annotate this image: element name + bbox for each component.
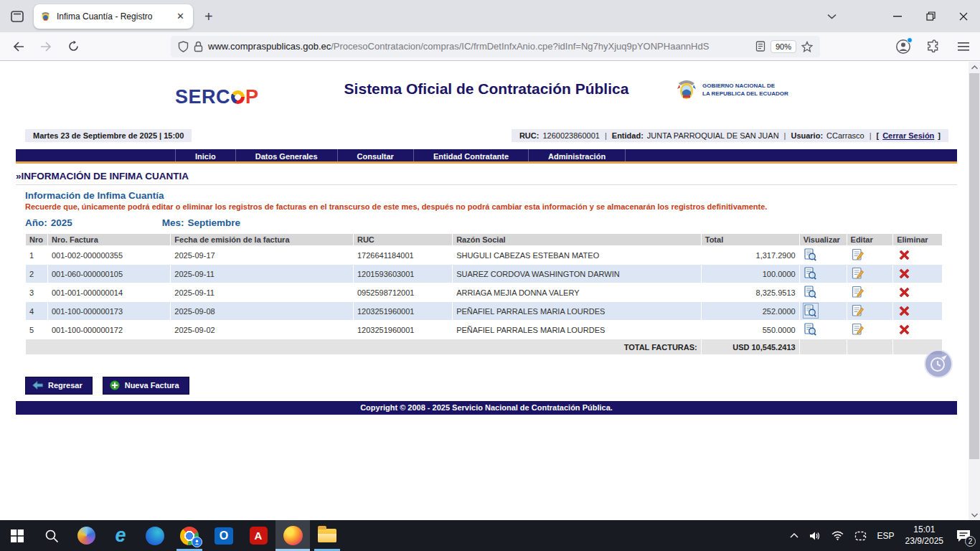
nav-item-consultar[interactable]: Consultar [337, 149, 413, 161]
window-minimize-button[interactable] [881, 3, 914, 30]
editar-icon[interactable] [851, 248, 865, 262]
info-bar: Martes 23 de Septiembre de 2025 | 15:00 … [16, 129, 957, 142]
eliminar-icon[interactable] [897, 266, 911, 281]
vertical-scrollbar[interactable] [969, 62, 980, 520]
zoom-level-badge[interactable]: 90% [771, 40, 796, 53]
account-notification-dot [907, 37, 913, 43]
tracking-shield-icon[interactable] [178, 41, 189, 52]
col-ruc: RUC [354, 234, 452, 245]
table-total-row: TOTAL FACTURAS: USD 10,545.2413 [26, 339, 942, 354]
taskbar-file-explorer-icon[interactable] [310, 520, 344, 551]
col-eliminar: Eliminar [893, 234, 942, 245]
visualizar-icon[interactable] [804, 285, 818, 299]
period-line: Año: 2025 Mes: Septiembre [25, 217, 957, 228]
nav-item-inicio[interactable]: Inicio [175, 149, 235, 161]
nueva-factura-button[interactable]: Nueva Factura [103, 377, 189, 395]
visualizar-icon[interactable] [804, 303, 818, 318]
nav-item-entidad-contratante[interactable]: Entidad Contratante [413, 149, 528, 161]
scroll-down-icon[interactable] [969, 509, 980, 520]
floating-clock-widget[interactable] [924, 349, 953, 378]
eliminar-icon[interactable] [897, 322, 911, 336]
editar-icon[interactable] [851, 322, 865, 336]
nav-item-datos-generales[interactable]: Datos Generales [235, 149, 337, 161]
table-row: 3 001-001-000000014 2025-09-11 095259871… [26, 283, 942, 301]
usuario-label: Usuario: [791, 131, 823, 140]
reload-icon[interactable] [62, 36, 85, 57]
table-row: 1 001-002-000000355 2025-09-17 172664118… [26, 246, 942, 264]
facturas-table: Nro Nro. Factura Fecha de emisión de la … [25, 233, 943, 355]
taskbar-chrome-icon[interactable] [172, 520, 207, 551]
bookmark-star-icon[interactable] [801, 41, 813, 52]
sercop-logo-text: SERC [175, 86, 230, 108]
eliminar-icon[interactable] [897, 248, 911, 262]
taskbar-acrobat-icon[interactable]: A [241, 520, 275, 551]
url-text[interactable]: www.compraspublicas.gob.ec/ProcesoContra… [208, 41, 750, 52]
tray-volume-icon[interactable] [809, 531, 821, 541]
main-navigation: Inicio Datos Generales Consultar Entidad… [16, 149, 957, 164]
col-razon-social: Razón Social [453, 234, 701, 245]
tray-clock[interactable]: 15:01 23/9/2025 [905, 524, 943, 547]
tray-time: 15:01 [905, 524, 943, 536]
site-header: SERCP Sistema Oficial de Contratación Pú… [16, 70, 957, 128]
scroll-up-icon[interactable] [969, 62, 980, 72]
back-icon[interactable] [7, 36, 30, 57]
tray-notifications-icon[interactable]: 2 [954, 528, 973, 544]
session-box: RUC: 1260023860001 | Entidad: JUNTA PARR… [512, 129, 948, 142]
regresar-button[interactable]: Regresar [25, 377, 93, 395]
scrollbar-thumb[interactable] [969, 73, 979, 459]
start-button[interactable] [0, 520, 34, 551]
browser-tab[interactable]: Infima Cuantía - Registro ✕ [34, 4, 193, 29]
url-bar[interactable]: www.compraspublicas.gob.ec/ProcesoContra… [171, 36, 820, 57]
editar-icon[interactable] [851, 303, 865, 318]
firefox-view-icon[interactable] [6, 6, 28, 27]
tray-wifi-icon[interactable] [831, 531, 844, 540]
editar-icon[interactable] [851, 266, 865, 281]
government-text: GOBIERNO NACIONAL DE LA REPUBLICA DEL EC… [702, 82, 788, 98]
taskbar-copilot-icon[interactable] [69, 520, 103, 551]
visualizar-icon[interactable] [804, 322, 818, 336]
lock-icon[interactable] [194, 41, 203, 52]
tray-cast-icon[interactable] [854, 531, 867, 541]
section-title: Información de Infima Cuantía [25, 190, 957, 201]
system-tray: ESP 15:01 23/9/2025 2 [790, 520, 980, 551]
window-close-button[interactable] [947, 3, 980, 30]
visualizar-icon[interactable] [804, 248, 818, 262]
total-value: USD 10,545.2413 [702, 339, 799, 354]
taskbar-outlook-icon[interactable]: O [207, 520, 241, 551]
entidad-value: JUNTA PARROQUIAL DE SAN JUAN [647, 131, 779, 140]
back-arrow-icon [32, 381, 43, 390]
mes-field: Mes: Septiembre [162, 217, 240, 228]
total-label: TOTAL FACTURAS: [26, 339, 701, 354]
plus-circle-icon [110, 380, 120, 390]
windows-taskbar: e O A ESP 15:01 23/9/2025 2 [0, 520, 980, 551]
forward-icon[interactable] [34, 36, 57, 57]
taskbar-firefox-icon[interactable] [275, 520, 310, 551]
tray-chevron-up-icon[interactable] [790, 533, 798, 538]
visualizar-icon[interactable] [804, 266, 818, 281]
taskbar-search-icon[interactable] [34, 520, 69, 551]
warning-message: Recuerde que, únicamente podrá editar o … [25, 202, 957, 211]
table-row: 5 001-100-000000172 2025-09-02 120325196… [26, 321, 942, 339]
account-icon[interactable] [894, 37, 913, 56]
editar-icon[interactable] [851, 285, 865, 299]
list-all-tabs-icon[interactable] [815, 3, 848, 30]
reader-view-icon[interactable] [755, 41, 765, 52]
taskbar-internet-explorer-icon[interactable]: e [103, 520, 138, 551]
taskbar-edge-icon[interactable] [138, 520, 172, 551]
action-buttons: Regresar Nueva Factura [25, 377, 957, 395]
tray-date: 23/9/2025 [905, 536, 943, 547]
nav-item-administracion[interactable]: Administración [528, 149, 626, 161]
site-title: Sistema Oficial de Contratación Pública [344, 80, 629, 98]
col-editar: Editar [847, 234, 893, 245]
col-nro: Nro [26, 234, 47, 245]
new-tab-button[interactable]: + [204, 9, 213, 24]
eliminar-icon[interactable] [897, 303, 911, 318]
tray-language-indicator[interactable]: ESP [877, 531, 895, 541]
ruc-label: RUC: [519, 131, 540, 140]
window-restore-button[interactable] [914, 3, 947, 30]
menu-hamburger-icon[interactable] [954, 37, 973, 56]
extensions-puzzle-icon[interactable] [924, 37, 943, 56]
tab-close-icon[interactable]: ✕ [174, 11, 187, 22]
logout-link[interactable]: Cerrar Sesión [882, 131, 934, 140]
eliminar-icon[interactable] [897, 285, 911, 299]
